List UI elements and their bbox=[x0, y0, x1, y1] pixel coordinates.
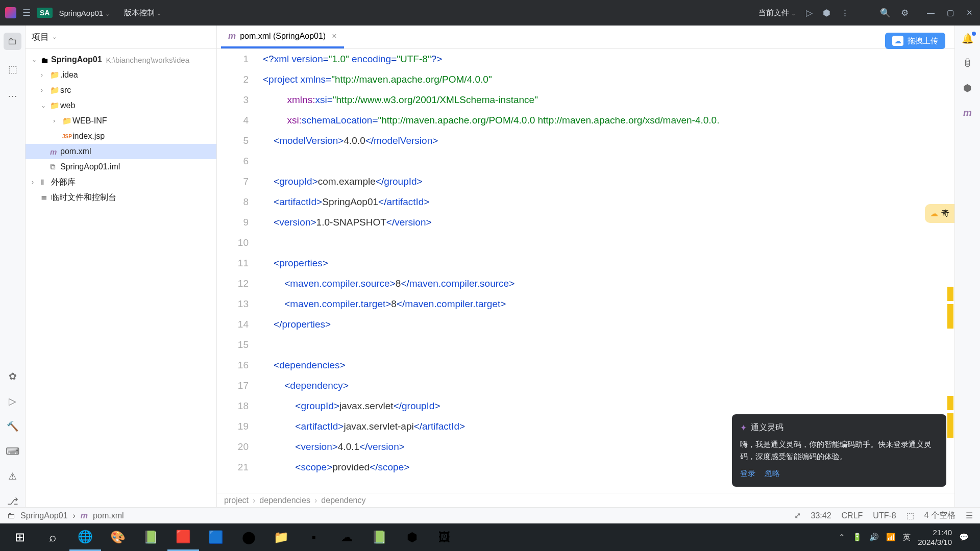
system-tray: ⌃ 🔋 🔊 📶 英 21:40 2024/3/10 💬 bbox=[839, 528, 976, 547]
tree-item[interactable]: ›📁WEB-INF bbox=[26, 113, 216, 129]
ai-tool-icon[interactable]: ⬢ bbox=[963, 82, 972, 94]
scrollbar-mark[interactable] bbox=[947, 413, 953, 438]
maven-m-icon[interactable]: m bbox=[963, 107, 972, 118]
project-name[interactable]: SpringAop01⌄ bbox=[59, 9, 110, 17]
search-icon[interactable]: 🔍 bbox=[880, 8, 891, 18]
tab-pom-xml[interactable]: m pom.xml (SpringAop01) × bbox=[221, 26, 344, 48]
intellij-icon[interactable]: 🟥 bbox=[167, 523, 199, 551]
file-icon: 📁 bbox=[50, 86, 60, 95]
debug-icon[interactable]: ⬢ bbox=[823, 8, 830, 18]
promo-badge[interactable]: ☁ 奇 bbox=[925, 204, 954, 223]
close-icon[interactable]: × bbox=[332, 32, 336, 41]
left-toolbar: 🗀 ⬚ … ✿ ▷ 🔨 ⌨ ⚠ ⎇ bbox=[0, 26, 26, 507]
maximize-icon[interactable]: ▢ bbox=[945, 6, 956, 19]
breadcrumb-item[interactable]: dependencies bbox=[259, 496, 310, 505]
tree-item[interactable]: ⌄📁web bbox=[26, 98, 216, 113]
breadcrumb-item[interactable]: dependency bbox=[321, 496, 365, 505]
tree-item[interactable]: JSPindex.jsp bbox=[26, 129, 216, 144]
terminal-icon[interactable]: ▪ bbox=[298, 523, 330, 551]
app-icon[interactable]: 📗 bbox=[363, 523, 395, 551]
tree-item-label: pom.xml bbox=[60, 147, 91, 156]
status-project[interactable]: SpringAop01 bbox=[20, 511, 68, 520]
hamburger-icon[interactable]: ☰ bbox=[22, 7, 31, 18]
close-icon[interactable]: ✕ bbox=[964, 6, 975, 19]
volume-icon[interactable]: 🔊 bbox=[869, 533, 879, 542]
git-icon[interactable]: ⎇ bbox=[7, 495, 18, 507]
search-button[interactable]: ⌕ bbox=[37, 523, 68, 551]
more-tool-icon[interactable]: … bbox=[8, 88, 17, 99]
tray-chevron-icon[interactable]: ⌃ bbox=[839, 533, 845, 542]
status-left: 🗀 SpringAop01 › m pom.xml bbox=[7, 511, 124, 520]
tree-item[interactable]: mpom.xml bbox=[26, 144, 216, 159]
settings-icon[interactable]: ⚙ bbox=[901, 8, 909, 18]
minimize-icon[interactable]: — bbox=[925, 6, 937, 19]
status-right: ⤢ 33:42 CRLF UTF-8 ⬚ 4 个空格 ☰ bbox=[794, 510, 973, 521]
battery-icon[interactable]: 🔋 bbox=[852, 533, 862, 542]
tree-item-label: src bbox=[60, 86, 71, 95]
encoding[interactable]: UTF-8 bbox=[873, 511, 896, 520]
line-ending[interactable]: CRLF bbox=[842, 511, 863, 520]
app-icon[interactable]: ⬤ bbox=[233, 523, 264, 551]
breadcrumb-item[interactable]: project bbox=[224, 496, 249, 505]
chevron-down-icon: ⌄ bbox=[52, 34, 57, 40]
tree-item[interactable]: ≣临时文件和控制台 bbox=[26, 190, 216, 205]
drag-upload-button[interactable]: ☁ 拖拽上传 bbox=[885, 33, 945, 49]
chevron-down-icon: ⌄ bbox=[32, 56, 41, 63]
line-gutter: 123456789101112131415161718192021 bbox=[217, 49, 263, 507]
structure-tool-icon[interactable]: ⬚ bbox=[8, 63, 17, 75]
tree-item[interactable]: ›📁.idea bbox=[26, 67, 216, 83]
tree-item-label: SpringAop01.iml bbox=[60, 162, 120, 171]
notifications-icon[interactable]: 🔔 bbox=[962, 33, 974, 44]
app-icon[interactable]: 🟦 bbox=[200, 523, 232, 551]
clock[interactable]: 21:40 2024/3/10 bbox=[918, 528, 952, 547]
build-icon[interactable]: 🔨 bbox=[7, 420, 19, 432]
tree-item-label: WEB-INF bbox=[72, 116, 107, 126]
project-badge[interactable]: SA bbox=[37, 8, 53, 18]
terminal-icon[interactable]: ⌨ bbox=[6, 445, 19, 457]
app-icon[interactable]: 🖼 bbox=[429, 523, 460, 551]
app-icon[interactable]: ⬢ bbox=[396, 523, 428, 551]
popup-title: 通义灵码 bbox=[751, 422, 783, 433]
status-file[interactable]: pom.xml bbox=[93, 511, 124, 520]
tree-item[interactable]: ›⫴外部库 bbox=[26, 174, 216, 190]
project-tool-icon[interactable]: 🗀 bbox=[4, 33, 21, 50]
chevron-right-icon: › bbox=[73, 511, 76, 520]
app-icon[interactable]: ☁ bbox=[331, 523, 362, 551]
cursor-position[interactable]: 33:42 bbox=[811, 511, 831, 520]
tool-icon-1[interactable]: ✿ bbox=[9, 370, 17, 382]
scrollbar-mark[interactable] bbox=[947, 304, 953, 329]
chevron-icon: › bbox=[41, 71, 50, 79]
run-icon[interactable]: ▷ bbox=[806, 8, 813, 18]
editor-area: m pom.xml (SpringAop01) × ⋮ 123456789101… bbox=[217, 26, 954, 507]
login-button[interactable]: 登录 bbox=[740, 469, 755, 479]
ime-indicator[interactable]: 英 bbox=[903, 533, 911, 542]
app-icon[interactable]: 📗 bbox=[135, 523, 166, 551]
scrollbar-mark[interactable] bbox=[947, 396, 953, 410]
ignore-button[interactable]: 忽略 bbox=[765, 469, 780, 479]
taskbar-left: ⊞ ⌕ 🌐 🎨 📗 🟥 🟦 ⬤ 📁 ▪ ☁ 📗 ⬢ 🖼 bbox=[4, 523, 460, 551]
status-icon[interactable]: ⤢ bbox=[794, 511, 801, 520]
tree-item[interactable]: ›📁src bbox=[26, 83, 216, 98]
current-file-selector[interactable]: 当前文件⌄ bbox=[758, 8, 796, 18]
wifi-icon[interactable]: 📶 bbox=[886, 533, 896, 542]
tree-item[interactable]: ⧉SpringAop01.iml bbox=[26, 159, 216, 174]
more-icon[interactable]: ⋮ bbox=[841, 8, 849, 18]
tree-root[interactable]: ⌄ 🖿 SpringAop01 K:\biancheng\works\idea bbox=[26, 52, 216, 67]
explorer-icon[interactable]: 📁 bbox=[265, 523, 297, 551]
services-icon[interactable]: ▷ bbox=[9, 395, 16, 407]
start-button[interactable]: ⊞ bbox=[4, 523, 36, 551]
app-icon[interactable] bbox=[5, 7, 16, 18]
status-icon[interactable]: ☰ bbox=[966, 511, 973, 520]
problems-icon[interactable]: ⚠ bbox=[8, 470, 17, 482]
indent-info[interactable]: 4 个空格 bbox=[924, 510, 955, 521]
status-icon[interactable]: ⬚ bbox=[906, 511, 914, 520]
scrollbar-mark[interactable] bbox=[947, 287, 953, 301]
notification-center-icon[interactable]: 💬 bbox=[959, 533, 969, 542]
project-panel-header[interactable]: 项目 ⌄ bbox=[26, 26, 216, 49]
popup-body: 嗨，我是通义灵码，你的智能编码助手。快来登录通义灵码，深度感受智能编码的体验。 bbox=[740, 438, 938, 463]
database-icon[interactable]: 🛢 bbox=[963, 58, 972, 69]
version-control-menu[interactable]: 版本控制⌄ bbox=[124, 8, 161, 18]
app-icon[interactable]: 🎨 bbox=[102, 523, 134, 551]
edge-icon[interactable]: 🌐 bbox=[69, 523, 101, 551]
popup-actions: 登录 忽略 bbox=[740, 469, 938, 479]
